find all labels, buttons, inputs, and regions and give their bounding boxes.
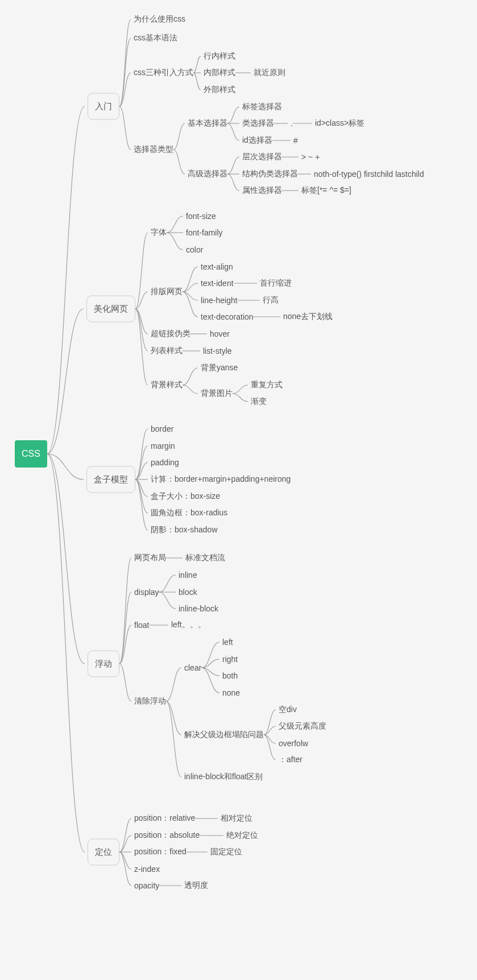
fl-d2: 解决父级边框塌陷问题: [184, 730, 264, 740]
box-6: 圆角边框：box-radius: [151, 508, 227, 518]
intro-d1b-n1: .: [291, 119, 293, 128]
p-e: opacity: [134, 881, 159, 890]
b-t4: text-decoration: [201, 312, 254, 321]
fl-d2c: overfolw: [279, 739, 308, 748]
root-node: CSS: [15, 440, 47, 468]
b-f3: color: [186, 245, 203, 254]
box-3: padding: [151, 458, 179, 467]
b-linkn: hover: [210, 329, 230, 338]
intro-d1: 基本选择器: [188, 118, 227, 129]
intro-b: css基本语法: [134, 33, 177, 43]
b-t1: text-align: [201, 262, 233, 271]
p-cn: 固定定位: [210, 847, 242, 857]
fl-b3: inline-block: [179, 604, 218, 613]
fl-d2a: 空div: [279, 705, 297, 715]
b-list: 列表样式: [151, 346, 182, 356]
box-1: border: [151, 424, 173, 433]
intro-d2b-n: noth-of-type() firstchild lastchild: [314, 169, 424, 179]
fl-d1d: none: [222, 688, 240, 697]
fl-d2d: ：after: [279, 755, 302, 765]
b-f1: font-size: [186, 212, 216, 221]
b-f2: font-family: [186, 228, 223, 237]
intro-c2: 内部样式: [204, 68, 235, 78]
fl-b: display: [134, 588, 159, 597]
intro-d1c-n: #: [293, 136, 298, 145]
fl-b2: block: [179, 588, 197, 597]
intro-a: 为什么使用css: [134, 14, 185, 24]
b-t2n: 首行缩进: [260, 278, 292, 288]
p-c: position：fixed: [134, 847, 186, 857]
fl-c: float: [134, 621, 149, 630]
intro-d1b: 类选择器: [242, 118, 274, 129]
p-b: position：absolute: [134, 830, 200, 841]
fl-d1c: both: [222, 671, 238, 680]
fl-b1: inline: [179, 570, 197, 580]
p-a: position：relative: [134, 813, 195, 824]
intro-c1: 行内样式: [204, 51, 235, 61]
b-font: 字体: [151, 228, 167, 238]
intro-d2: 高级选择器: [188, 169, 227, 179]
b-bg2a: 重复方式: [251, 380, 283, 390]
l1-pos: 定位: [88, 839, 119, 866]
fl-a: 网页布局: [134, 553, 166, 563]
intro-d2a: 层次选择器: [242, 152, 282, 162]
box-4: 计算：border+margin+padding+neirong: [151, 474, 291, 485]
intro-d2c: 属性选择器: [242, 185, 282, 196]
b-bg2: 背景图片: [201, 388, 233, 399]
box-7: 阴影：box-shadow: [151, 525, 218, 535]
l1-box: 盒子模型: [86, 466, 135, 493]
p-d: z-index: [134, 865, 160, 874]
l1-intro: 入门: [88, 93, 119, 120]
intro-d1b-n2: id>class>标签: [315, 118, 364, 129]
p-an: 相对定位: [221, 813, 252, 824]
b-bg1: 背景yanse: [201, 363, 238, 373]
intro-d2a-n: > ~ +: [301, 152, 320, 162]
intro-c2n: 就近原则: [254, 68, 285, 78]
b-listn: list-style: [203, 346, 232, 355]
fl-d1a: left: [222, 638, 233, 647]
intro-d1a: 标签选择器: [242, 102, 282, 112]
mindmap-canvas: CSS 入门 美化网页 盒子模型 浮动 定位 为什么使用css css基本语法 …: [0, 0, 477, 980]
fl-d3: inline-block和float区别: [184, 772, 263, 782]
intro-d1c: id选择器: [242, 135, 272, 146]
fl-an: 标准文档流: [185, 553, 225, 563]
fl-d2b: 父级元素高度: [279, 721, 326, 731]
b-bg2b: 渐变: [251, 396, 267, 407]
b-t3n: 行高: [263, 295, 279, 305]
b-link: 超链接伪类: [151, 329, 190, 339]
fl-cn: left。。。: [171, 620, 206, 630]
intro-c: css三种引入方式: [134, 68, 193, 78]
intro-d2b: 结构伪类选择器: [242, 169, 298, 179]
b-t3: line-height: [201, 296, 238, 305]
intro-d: 选择器类型: [134, 144, 173, 155]
l1-beauty: 美化网页: [86, 296, 135, 322]
fl-d: 清除浮动: [134, 696, 166, 706]
b-bg: 背景样式: [151, 380, 182, 390]
b-t4n: none去下划线: [283, 312, 333, 322]
box-5: 盒子大小：box-size: [151, 491, 220, 502]
l1-float: 浮动: [88, 651, 119, 677]
fl-d1b: right: [222, 655, 238, 664]
b-typeset: 排版网页: [151, 287, 182, 297]
intro-c3: 外部样式: [204, 85, 235, 95]
fl-d1: clear: [184, 663, 201, 672]
p-en: 透明度: [184, 880, 208, 891]
intro-d2c-n: 标签[*= ^= $=]: [301, 185, 351, 196]
b-t2: text-ident: [201, 279, 234, 288]
p-bn: 绝对定位: [226, 830, 258, 841]
box-2: margin: [151, 441, 175, 450]
